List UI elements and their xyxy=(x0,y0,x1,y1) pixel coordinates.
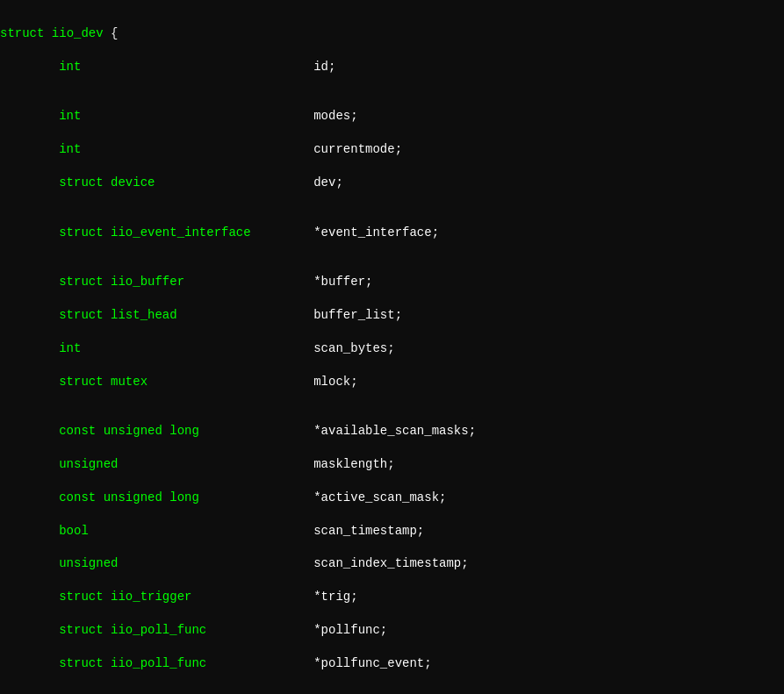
code-block: struct iio_dev { intid; intmodes; intcur… xyxy=(0,0,784,694)
line-12: intscan_bytes; xyxy=(0,340,784,357)
line-19: unsignedscan_index_timestamp; xyxy=(0,555,784,572)
line-1: struct iio_dev { xyxy=(0,25,784,42)
line-2: intid; xyxy=(0,59,784,75)
line-21: struct iio_poll_func*pollfunc; xyxy=(0,622,784,639)
line-16: unsignedmasklength; xyxy=(0,456,784,473)
line-8: struct iio_event_interface*event_interfa… xyxy=(0,225,784,241)
line-22: struct iio_poll_func*pollfunc_event; xyxy=(0,655,784,672)
line-4: intmodes; xyxy=(0,108,784,125)
line-6: struct devicedev; xyxy=(0,175,784,191)
line-11: struct list_headbuffer_list; xyxy=(0,307,784,324)
line-5: intcurrentmode; xyxy=(0,141,784,158)
line-18: boolscan_timestamp; xyxy=(0,523,784,540)
line-17: const unsigned long*active_scan_mask; xyxy=(0,490,784,506)
line-13: struct mutexmlock; xyxy=(0,374,784,390)
line-15: const unsigned long*available_scan_masks… xyxy=(0,423,784,440)
line-10: struct iio_buffer*buffer; xyxy=(0,274,784,290)
line-20: struct iio_trigger*trig; xyxy=(0,589,784,605)
